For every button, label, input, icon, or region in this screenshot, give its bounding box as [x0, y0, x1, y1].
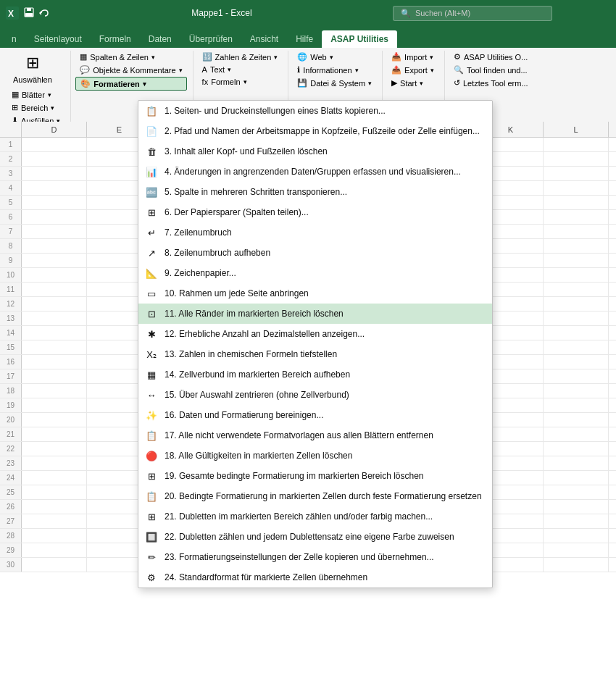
grid-cell[interactable]	[609, 138, 616, 151]
grid-cell[interactable]	[22, 297, 87, 311]
grid-cell[interactable]	[22, 427, 87, 441]
tab-ansicht[interactable]: Ansicht	[241, 30, 287, 48]
grid-cell[interactable]	[544, 167, 609, 180]
list-item[interactable]: 📄2. Pfad und Namen der Arbeitsmappe in K…	[138, 121, 492, 141]
list-item[interactable]: ✨16. Daten und Formatierung bereinigen..…	[138, 405, 492, 425]
grid-cell[interactable]	[544, 543, 609, 557]
grid-cell[interactable]	[22, 239, 87, 253]
grid-cell[interactable]	[22, 225, 87, 238]
grid-cell[interactable]	[22, 312, 87, 325]
grid-cell[interactable]	[22, 529, 87, 543]
list-item[interactable]: ⊞21. Dubletten im markierten Bereich zäh…	[138, 506, 492, 527]
grid-cell[interactable]	[22, 181, 87, 195]
grid-cell[interactable]	[544, 413, 609, 427]
grid-cell[interactable]	[22, 254, 87, 267]
grid-cell[interactable]	[22, 210, 87, 224]
list-item[interactable]: ⊞6. Der Papiersparer (Spalten teilen)...	[138, 202, 492, 222]
search-box[interactable]: 🔍 Suchen (Alt+M)	[393, 6, 552, 21]
grid-cell[interactable]	[609, 369, 616, 383]
grid-cell[interactable]	[544, 152, 609, 166]
bereich-button[interactable]: ⊞ Bereich ▾	[7, 101, 64, 114]
letztes-tool-button[interactable]: ↺ Letztes Tool erm...	[449, 77, 533, 89]
start-button[interactable]: ▶ Start ▾	[387, 77, 438, 89]
grid-cell[interactable]	[609, 529, 616, 543]
grid-cell[interactable]	[544, 138, 609, 151]
grid-cell[interactable]	[609, 471, 616, 485]
list-item[interactable]: 📊4. Änderungen in angrenzenden Daten/Gru…	[138, 162, 492, 182]
grid-cell[interactable]	[609, 485, 616, 499]
grid-cell[interactable]	[22, 369, 87, 383]
grid-cell[interactable]	[609, 413, 616, 427]
grid-cell[interactable]	[22, 196, 87, 209]
grid-cell[interactable]	[544, 340, 609, 354]
grid-cell[interactable]	[544, 384, 609, 398]
tab-ueberpruefen[interactable]: Überprüfen	[180, 30, 241, 48]
grid-cell[interactable]	[544, 558, 609, 572]
grid-cell[interactable]	[544, 529, 609, 543]
grid-cell[interactable]	[609, 283, 616, 296]
export-button[interactable]: 📤 Export ▾	[387, 64, 438, 76]
grid-cell[interactable]	[22, 398, 87, 412]
grid-cell[interactable]	[609, 340, 616, 354]
grid-cell[interactable]	[22, 471, 87, 485]
auswaehlen-button[interactable]: ⊞ Auswählen	[7, 51, 58, 87]
list-item[interactable]: ↔15. Über Auswahl zentrieren (ohne Zellv…	[138, 385, 492, 405]
list-item[interactable]: 📋20. Bedingte Formatierung in markierten…	[138, 486, 492, 506]
grid-cell[interactable]	[544, 239, 609, 253]
formeln-button[interactable]: fx Formeln ▾	[198, 76, 283, 88]
blaetter-button[interactable]: ▦ Blätter ▾	[7, 88, 64, 101]
tab-formeln[interactable]: Formeln	[91, 30, 140, 48]
grid-cell[interactable]	[544, 312, 609, 325]
asap-utilities-button[interactable]: ⚙ ASAP Utilities O...	[449, 51, 533, 63]
list-item[interactable]: 🔤5. Spalte in mehreren Schritten transpo…	[138, 182, 492, 202]
formatieren-button[interactable]: 🎨 Formatieren ▾	[75, 77, 186, 91]
grid-cell[interactable]	[22, 283, 87, 296]
grid-cell[interactable]	[22, 514, 87, 528]
grid-cell[interactable]	[609, 181, 616, 195]
grid-cell[interactable]	[609, 196, 616, 209]
grid-cell[interactable]	[22, 500, 87, 514]
grid-cell[interactable]	[609, 225, 616, 238]
grid-cell[interactable]	[22, 413, 87, 427]
grid-cell[interactable]	[22, 558, 87, 572]
grid-cell[interactable]	[544, 485, 609, 499]
grid-cell[interactable]	[609, 543, 616, 557]
tab-n[interactable]: n	[3, 30, 25, 48]
grid-cell[interactable]	[544, 254, 609, 267]
list-item[interactable]: ▭10. Rahmen um jede Seite anbringen	[138, 283, 492, 304]
grid-cell[interactable]	[22, 355, 87, 369]
grid-cell[interactable]	[544, 283, 609, 296]
grid-cell[interactable]	[544, 442, 609, 456]
list-item[interactable]: 📋1. Seiten- und Druckeinstellungen eines…	[138, 101, 492, 121]
grid-cell[interactable]	[544, 210, 609, 224]
spalten-zeilen-button[interactable]: ▦ Spalten & Zeilen ▾	[75, 51, 186, 63]
grid-cell[interactable]	[22, 456, 87, 470]
grid-cell[interactable]	[609, 514, 616, 528]
undo-icon[interactable]	[39, 7, 51, 19]
grid-cell[interactable]	[609, 456, 616, 470]
list-item[interactable]: 📐9. Zeichenpapier...	[138, 263, 492, 283]
grid-cell[interactable]	[22, 543, 87, 557]
list-item[interactable]: ↗8. Zeilenumbruch aufheben	[138, 243, 492, 263]
list-item[interactable]: ⊡11. Alle Ränder im markierten Bereich l…	[138, 304, 492, 324]
tab-hilfe[interactable]: Hilfe	[287, 30, 322, 48]
grid-cell[interactable]	[609, 384, 616, 398]
grid-cell[interactable]	[609, 500, 616, 514]
grid-cell[interactable]	[609, 355, 616, 369]
grid-cell[interactable]	[544, 456, 609, 470]
grid-cell[interactable]	[544, 355, 609, 369]
grid-cell[interactable]	[544, 297, 609, 311]
grid-cell[interactable]	[609, 210, 616, 224]
grid-cell[interactable]	[544, 268, 609, 282]
grid-cell[interactable]	[544, 514, 609, 528]
grid-cell[interactable]	[22, 167, 87, 180]
list-item[interactable]: ↵7. Zeilenumbruch	[138, 222, 492, 243]
list-item[interactable]: ⊞19. Gesamte bedingte Formatierung im ma…	[138, 466, 492, 486]
grid-cell[interactable]	[544, 471, 609, 485]
grid-cell[interactable]	[544, 398, 609, 412]
grid-cell[interactable]	[609, 152, 616, 166]
grid-cell[interactable]	[609, 326, 616, 340]
list-item[interactable]: X₂13. Zahlen in chemischen Formeln tiefs…	[138, 344, 492, 364]
grid-cell[interactable]	[544, 369, 609, 383]
grid-cell[interactable]	[544, 427, 609, 441]
